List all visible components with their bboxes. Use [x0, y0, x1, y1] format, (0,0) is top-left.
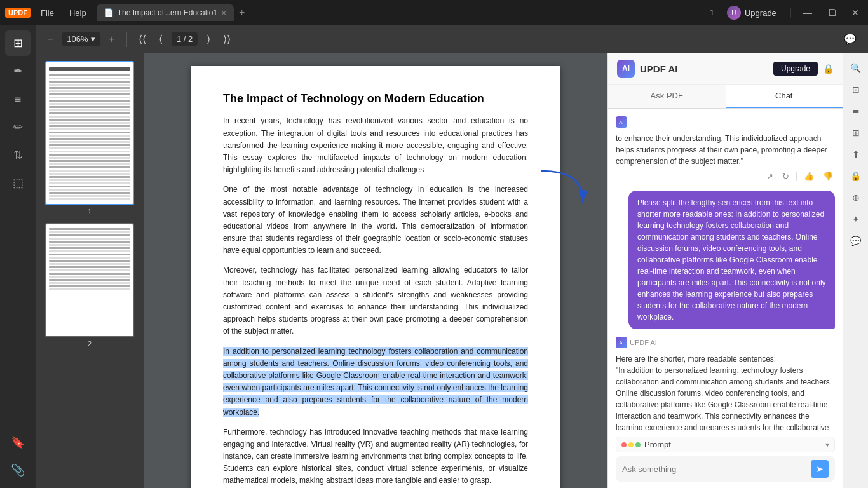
thumbnail-img-1	[45, 61, 134, 205]
ai-prompt-bar: Prompt ▾ ➤	[608, 430, 843, 488]
user-avatar: U	[727, 6, 741, 20]
tab-counter: 1	[710, 8, 714, 17]
comment-icon-right[interactable]: 💬	[846, 231, 865, 250]
nav-first-btn[interactable]: ⟨⟨	[135, 30, 150, 48]
pdf-document-title: The Impact of Technology on Modern Educa…	[223, 92, 528, 106]
sidebar-item-bookmarks[interactable]: 🔖	[5, 430, 31, 455]
toolbar: − 106% ▾ + ⟨⟨ ⟨ 1 / 2 ⟩ ⟩⟩ 💬	[36, 25, 868, 53]
ai-panel: AI UPDF AI Upgrade 🔒 Ask PDF Chat	[607, 53, 843, 488]
user-message-text: Please split the lengthy sentences from …	[628, 191, 835, 329]
pdf-paragraph-3: Moreover, technology has facilitated per…	[223, 264, 528, 337]
upgrade-button[interactable]: U Upgrade	[722, 3, 782, 22]
maximize-btn[interactable]: ⧠	[824, 6, 840, 19]
nav-prev-btn[interactable]: ⟨	[155, 30, 166, 48]
sidebar-item-thumbnails[interactable]: ⊞	[5, 30, 31, 56]
zoom-display[interactable]: 106% ▾	[62, 32, 100, 46]
share-icon[interactable]: ⬆	[846, 145, 865, 164]
sidebar-item-extract[interactable]: ⬚	[5, 170, 31, 196]
add-tab-btn[interactable]: +	[234, 4, 250, 21]
prompt-label: Prompt	[644, 440, 822, 449]
thumbnail-label-1: 1	[88, 208, 92, 215]
tab-bar: 📄 The Impact of...ern Educatio1 ✕ +	[97, 4, 705, 21]
zoom-in-btn[interactable]: +	[105, 31, 119, 48]
tab-chat[interactable]: Chat	[726, 85, 843, 108]
ai-upgrade-btn[interactable]: Upgrade	[773, 62, 818, 76]
scan-icon[interactable]: ⊡	[846, 80, 865, 99]
pdf-viewer[interactable]: The Impact of Technology on Modern Educa…	[144, 53, 607, 488]
ai-assistant-text-2: Here are the shorter, more readable sent…	[616, 353, 835, 430]
dot-yellow	[628, 442, 634, 447]
sidebar-item-outlines[interactable]: ≡	[5, 86, 31, 112]
prompt-chevron-icon: ▾	[825, 440, 829, 449]
pdf-paragraph-4: In addition to personalized learning tec…	[223, 346, 528, 419]
ocr-icon[interactable]: ⊞	[846, 123, 865, 142]
ai-chat-input[interactable]	[622, 464, 806, 474]
menu-help[interactable]: Help	[64, 6, 92, 20]
thumbdown-btn-1[interactable]: 👎	[821, 170, 835, 183]
sidebar-item-edit[interactable]: ✏	[5, 114, 31, 140]
pdf-highlight-text: In addition to personalized learning tec…	[223, 347, 528, 417]
pdf-paragraph-1: In recent years, technology has revoluti…	[223, 115, 528, 176]
ai-header-left: AI UPDF AI	[617, 60, 677, 78]
ai-input-row: ➤	[616, 456, 835, 482]
tab-ask-pdf[interactable]: Ask PDF	[608, 85, 726, 108]
layers-icon[interactable]: ⊕	[846, 188, 865, 207]
ai-label-logo-icon-2: AI	[616, 337, 627, 348]
arrow-indicator	[534, 168, 592, 212]
zoom-out-btn[interactable]: −	[43, 31, 57, 48]
minimize-btn[interactable]: —	[799, 6, 816, 19]
ai-message-user: Please split the lengthy sentences from …	[616, 191, 835, 329]
right-sidebar: 🔍 ⊡ ≣ ⊞ ⬆ 🔒 ⊕ ✦ 💬	[843, 53, 868, 488]
pdf-page: The Impact of Technology on Modern Educa…	[191, 66, 560, 488]
sidebar-item-annotations[interactable]: ✒	[5, 58, 31, 84]
thumbnails-panel: 1	[36, 53, 144, 488]
dot-green	[635, 442, 641, 447]
sidebar-item-organize[interactable]: ⇅	[5, 142, 31, 168]
ai-tabs: Ask PDF Chat	[608, 85, 843, 109]
thumbnail-img-2	[45, 223, 134, 337]
ai-messages: AI to enhance their understanding. This …	[608, 109, 843, 430]
thumbnail-1[interactable]: 1	[41, 61, 139, 215]
page-display: 1 / 2	[172, 32, 198, 46]
close-btn[interactable]: ✕	[848, 6, 863, 19]
app-logo[interactable]: UPDF	[5, 8, 31, 18]
title-bar-right: 1 U Upgrade | — ⧠ ✕	[710, 3, 863, 22]
content-area: − 106% ▾ + ⟨⟨ ⟨ 1 / 2 ⟩ ⟩⟩ 💬	[36, 25, 868, 488]
protect-icon[interactable]: 🔒	[846, 166, 865, 186]
ai-message-assistant-2: AI UPDF AI Here are the shorter, more re…	[616, 337, 835, 430]
dot-red	[621, 442, 627, 447]
comment-btn[interactable]: 💬	[840, 30, 860, 48]
prompt-dots-icon	[621, 442, 641, 447]
separator: |	[789, 7, 792, 18]
tab-close-btn[interactable]: ✕	[221, 10, 226, 17]
ai-label-1: AI	[616, 116, 835, 128]
ai-chat-icon[interactable]: ✦	[846, 210, 865, 229]
nav-last-btn[interactable]: ⟩⟩	[219, 30, 234, 48]
nav-next-btn[interactable]: ⟩	[203, 30, 214, 48]
ai-title: UPDF AI	[640, 64, 677, 74]
left-sidebar: ⊞ ✒ ≡ ✏ ⇅ ⬚ 🔖 📎	[0, 25, 36, 488]
sidebar-item-attachments[interactable]: 📎	[5, 458, 31, 483]
thumbnail-label-2: 2	[88, 340, 92, 348]
zoom-chevron-icon: ▾	[91, 34, 95, 44]
search-icon-right[interactable]: 🔍	[846, 58, 865, 78]
text-extract-icon[interactable]: ≣	[846, 102, 865, 121]
thumbup-btn-1[interactable]: 👍	[802, 170, 816, 183]
tab-label: The Impact of...ern Educatio1	[118, 8, 217, 17]
pdf-paragraph-5: Furthermore, technology has introduced i…	[223, 426, 528, 487]
pdf-paragraph-2: One of the most notable advantage of tec…	[223, 184, 528, 257]
toolbar-separator	[126, 32, 127, 47]
share-msg-btn-1[interactable]: ↗	[764, 170, 775, 183]
thumbnail-2[interactable]: 2	[41, 223, 139, 348]
tab-pdf-icon: 📄	[104, 8, 114, 17]
ai-send-btn[interactable]: ➤	[811, 460, 829, 478]
ai-msg-actions-1: ↗ ↻ 👍 👎	[616, 170, 835, 183]
pdf-tab[interactable]: 📄 The Impact of...ern Educatio1 ✕	[97, 4, 234, 21]
title-bar: UPDF File Help 📄 The Impact of...ern Edu…	[0, 0, 868, 25]
ai-header: AI UPDF AI Upgrade 🔒	[608, 53, 843, 85]
menu-file[interactable]: File	[36, 6, 59, 20]
ai-label-2: AI UPDF AI	[616, 337, 835, 348]
refresh-msg-btn-1[interactable]: ↻	[780, 170, 791, 183]
lock-icon[interactable]: 🔒	[823, 64, 834, 74]
prompt-dropdown[interactable]: Prompt ▾	[616, 437, 835, 452]
